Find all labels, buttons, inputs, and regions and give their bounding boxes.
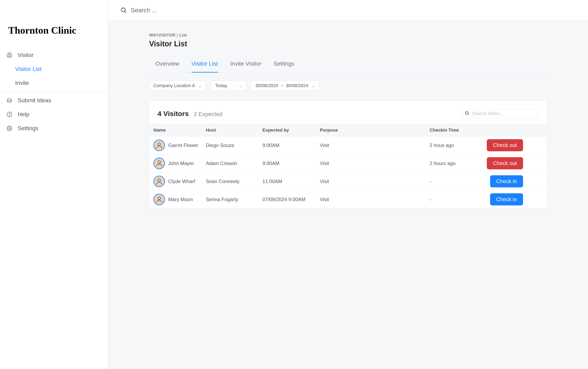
avatar — [153, 158, 165, 169]
cell-expected: 9:00AM — [262, 161, 320, 166]
arrow-right-icon: → — [280, 83, 284, 88]
card-header: 4 Visitors 2 Expected — [149, 101, 547, 124]
tab-invite-visitor[interactable]: Invite Visitor — [230, 61, 261, 72]
checkout-button[interactable]: Check out — [487, 139, 523, 151]
table-row: Mary MoonSerina Fogarty07/09/2024 9:00AM… — [149, 190, 547, 208]
avatar — [153, 140, 165, 151]
cell-host: Adam Creavin — [206, 161, 262, 166]
visitor-name: Clyde Wharf — [168, 179, 195, 184]
cell-checkin: 2 hours ago — [430, 161, 486, 166]
sidebar-item-submit-ideas[interactable]: Submit Ideas — [0, 93, 108, 107]
visitor-search[interactable] — [461, 109, 539, 118]
checkout-button[interactable]: Check out — [487, 157, 523, 169]
sidebar-item-help[interactable]: Help — [0, 107, 108, 121]
filter-date-to: 30/08/2024 — [286, 83, 308, 88]
cell-expected: 11:00AM — [262, 179, 320, 184]
svg-point-1 — [9, 54, 10, 55]
svg-point-7 — [158, 143, 160, 145]
filters: Company Location A Today 30/08/2024 → 30… — [149, 81, 547, 91]
filter-date-range[interactable]: 30/08/2024 → 30/08/2024 — [251, 81, 319, 91]
cell-name: Clyde Wharf — [149, 176, 206, 187]
svg-point-6 — [466, 112, 468, 114]
filter-location[interactable]: Company Location A — [149, 81, 206, 91]
tab-settings[interactable]: Settings — [273, 61, 294, 72]
cell-name: John Mayer — [149, 158, 206, 169]
avatar — [153, 194, 165, 205]
cell-host: Serina Fogarty — [206, 197, 262, 202]
cell-purpose: Visit — [320, 143, 430, 148]
th-host: Host — [206, 127, 262, 133]
visitor-name: Garret Flower — [168, 143, 198, 148]
expected-count: 2 Expected — [194, 111, 222, 117]
brand-logo: Thornton Clinic — [0, 0, 108, 48]
chevron-down-icon — [239, 84, 242, 87]
sidebar-item-label: Submit Ideas — [18, 97, 51, 104]
breadcrumb-sep: | — [175, 33, 179, 37]
user-circle-icon — [6, 52, 13, 58]
cell-checkin: - — [430, 179, 486, 184]
sidebar-item-visitor-list[interactable]: Visitor List — [0, 62, 108, 76]
help-icon — [6, 111, 13, 118]
main: WAYVISITOR | List Visitor List Overview … — [108, 0, 588, 369]
cell-checkin: - — [430, 197, 486, 202]
filter-location-label: Company Location A — [153, 83, 195, 88]
table-row: Clyde WharfSean Conneely11:00AMVisit-Che… — [149, 172, 547, 190]
cell-host: Sean Conneely — [206, 179, 262, 184]
gear-icon — [6, 125, 13, 132]
global-search-input[interactable] — [131, 7, 576, 14]
topbar — [108, 0, 588, 20]
svg-point-10 — [158, 197, 160, 199]
tab-overview[interactable]: Overview — [155, 61, 179, 72]
breadcrumb-page: List — [179, 33, 187, 37]
svg-point-8 — [158, 161, 160, 163]
visitor-name: John Mayer — [168, 161, 194, 166]
breadcrumb: WAYVISITOR | List — [149, 33, 547, 38]
visitor-card: 4 Visitors 2 Expected Name Host Expected… — [149, 101, 547, 208]
cell-purpose: Visit — [320, 161, 430, 166]
table-body: Garret FlowerDiego Souza9:00AMVisit2 hou… — [149, 136, 547, 208]
cell-expected: 07/09/2024 9:00AM — [262, 197, 320, 202]
cell-checkin: 2 hous ago — [430, 143, 486, 148]
cell-name: Garret Flower — [149, 140, 206, 151]
filter-range-label: Today — [215, 83, 227, 88]
th-purpose: Purpose — [320, 127, 430, 133]
sidebar-item-label: Help — [18, 111, 30, 118]
sidebar-item-visitor[interactable]: Visitor — [0, 48, 108, 62]
th-expected: Expected by — [262, 127, 320, 133]
search-icon — [120, 7, 127, 13]
cell-name: Mary Moon — [149, 194, 206, 205]
svg-point-9 — [158, 179, 160, 181]
checkin-button[interactable]: Check in — [490, 193, 523, 205]
chevron-down-icon — [312, 84, 315, 87]
svg-point-4 — [9, 127, 10, 129]
sidebar-item-settings[interactable]: Settings — [0, 121, 108, 135]
tab-visitor-list[interactable]: Visitor List — [191, 61, 218, 72]
cell-host: Diego Souza — [206, 143, 262, 148]
checkin-button[interactable]: Check in — [490, 175, 523, 187]
table-row: Garret FlowerDiego Souza9:00AMVisit2 hou… — [149, 136, 547, 154]
search-icon — [465, 111, 469, 116]
divider — [0, 92, 108, 92]
th-checkin: Checkin Time — [430, 127, 486, 133]
visitor-search-input[interactable] — [472, 111, 535, 116]
cell-expected: 9:00AM — [262, 143, 320, 148]
inbox-icon — [6, 97, 13, 104]
chevron-down-icon — [198, 84, 202, 87]
cell-purpose: Visit — [320, 197, 430, 202]
avatar — [153, 176, 165, 187]
sidebar-item-label: Visitor — [18, 52, 33, 58]
content: WAYVISITOR | List Visitor List Overview … — [108, 20, 588, 369]
th-name: Name — [149, 127, 206, 133]
visitor-count: 4 Visitors — [158, 110, 189, 118]
visitor-name: Mary Moon — [168, 197, 193, 202]
cell-purpose: Visit — [320, 179, 430, 184]
tabs: Overview Visitor List Invite Visitor Set… — [149, 61, 547, 72]
table-header-row: Name Host Expected by Purpose Checkin Ti… — [149, 124, 547, 136]
sidebar-item-label: Settings — [18, 125, 38, 132]
filter-range[interactable]: Today — [211, 81, 246, 91]
page-title: Visitor List — [149, 40, 547, 48]
sidebar: Thornton Clinic Visitor Visitor List Inv… — [0, 0, 108, 369]
svg-point-5 — [121, 8, 125, 12]
table-row: John MayerAdam Creavin9:00AMVisit2 hours… — [149, 154, 547, 172]
sidebar-item-invite[interactable]: Invite — [0, 76, 108, 90]
